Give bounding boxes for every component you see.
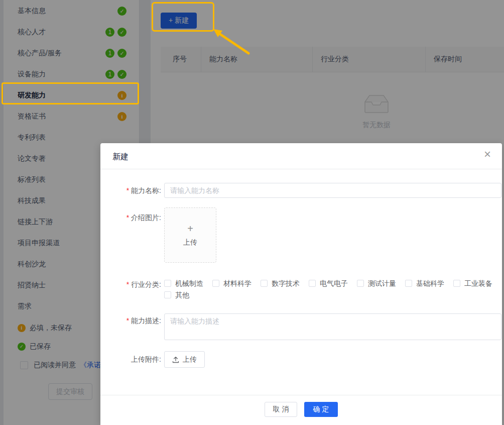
field-label: *能力描述: <box>112 316 161 325</box>
industry-option[interactable]: 机械制造 <box>164 279 203 287</box>
option-label: 工业装备 <box>464 279 492 287</box>
required-mark: * <box>127 186 129 194</box>
option-label: 基础科学 <box>416 279 444 287</box>
close-icon[interactable]: × <box>484 148 491 160</box>
industry-option[interactable]: 工业装备 <box>453 279 492 287</box>
industry-option[interactable]: 测试计量 <box>357 279 396 287</box>
capability-name-input[interactable] <box>164 183 501 198</box>
modal-footer-divider <box>100 395 502 395</box>
checkbox[interactable] <box>309 280 316 287</box>
checkbox[interactable] <box>164 280 171 287</box>
page: 基本信息✓核心人才1✓核心产品/服务1✓设备能力1✓研发能力i资格证书i专利列表… <box>0 0 504 425</box>
industry-option[interactable]: 数字技术 <box>261 279 300 287</box>
description-textarea[interactable] <box>164 313 501 340</box>
option-label: 机械制造 <box>175 279 203 287</box>
checkbox[interactable] <box>261 280 268 287</box>
field-label: 上传附件: <box>112 351 161 368</box>
option-label: 其他 <box>175 291 189 299</box>
industry-option[interactable]: 其他 <box>164 291 189 299</box>
industry-options: 机械制造材料科学数字技术电气电子测试计量基础科学工业装备其他 <box>164 279 504 299</box>
option-label: 数字技术 <box>272 279 300 287</box>
image-upload-tile[interactable]: + 上传 <box>164 207 216 263</box>
upload-icon <box>172 356 179 363</box>
cancel-button[interactable]: 取 消 <box>265 402 297 417</box>
industry-option[interactable]: 材料科学 <box>212 279 251 287</box>
field-label: *能力名称: <box>112 183 161 198</box>
required-mark: * <box>127 214 129 222</box>
attachment-upload-button[interactable]: 上传 <box>164 351 205 368</box>
modal-header: 新建 × <box>100 143 502 169</box>
checkbox[interactable] <box>164 291 171 298</box>
option-label: 电气电子 <box>320 279 348 287</box>
confirm-button[interactable]: 确 定 <box>304 402 338 417</box>
industry-option[interactable]: 电气电子 <box>309 279 348 287</box>
new-capability-modal: 新建 × *能力名称: *介绍图片: + 上传 *行业分类: 机械制造材料科学数… <box>100 143 502 425</box>
required-mark: * <box>127 280 129 288</box>
industry-option[interactable]: 基础科学 <box>405 279 444 287</box>
modal-title: 新建 <box>112 152 129 162</box>
required-mark: * <box>127 316 129 325</box>
field-label: *介绍图片: <box>112 214 161 222</box>
checkbox[interactable] <box>405 280 412 287</box>
checkbox[interactable] <box>453 280 460 287</box>
upload-label: 上传 <box>183 238 197 247</box>
option-label: 材料科学 <box>223 279 251 287</box>
upload-button-label: 上传 <box>183 355 197 364</box>
plus-icon: + <box>187 224 193 234</box>
checkbox[interactable] <box>357 280 364 287</box>
field-label: *行业分类: <box>112 280 161 288</box>
checkbox[interactable] <box>212 280 219 287</box>
option-label: 测试计量 <box>368 279 396 287</box>
